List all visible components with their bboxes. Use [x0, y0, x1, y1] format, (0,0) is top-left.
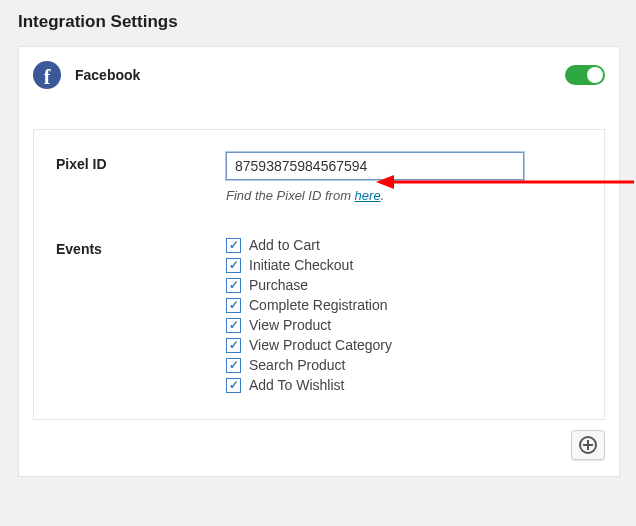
facebook-icon: f	[33, 61, 61, 89]
integration-toggle[interactable]	[565, 65, 605, 85]
event-checkbox[interactable]	[226, 238, 241, 253]
event-item: Add To Wishlist	[226, 377, 582, 393]
event-checkbox[interactable]	[226, 358, 241, 373]
integration-name: Facebook	[75, 67, 140, 83]
event-label: Add to Cart	[249, 237, 320, 253]
event-checkbox[interactable]	[226, 378, 241, 393]
event-checkbox[interactable]	[226, 298, 241, 313]
event-item: Search Product	[226, 357, 582, 373]
event-item: Initiate Checkout	[226, 257, 582, 273]
event-label: Initiate Checkout	[249, 257, 353, 273]
event-label: Add To Wishlist	[249, 377, 344, 393]
settings-box: Pixel ID Find the Pixel ID from here. Ev…	[33, 129, 605, 420]
event-checkbox[interactable]	[226, 278, 241, 293]
event-label: Search Product	[249, 357, 346, 373]
page-title: Integration Settings	[18, 12, 620, 32]
event-checkbox[interactable]	[226, 338, 241, 353]
event-label: Complete Registration	[249, 297, 388, 313]
integration-panel: f Facebook Pixel ID Find the Pixel ID fr…	[18, 46, 620, 477]
pixel-id-hint: Find the Pixel ID from here.	[226, 188, 582, 203]
event-item: Complete Registration	[226, 297, 582, 313]
event-item: View Product	[226, 317, 582, 333]
event-label: View Product Category	[249, 337, 392, 353]
event-item: Purchase	[226, 277, 582, 293]
event-item: View Product Category	[226, 337, 582, 353]
integration-brand: f Facebook	[33, 61, 140, 89]
pixel-hint-link[interactable]: here	[355, 188, 381, 203]
add-integration-button[interactable]	[571, 430, 605, 460]
event-label: Purchase	[249, 277, 308, 293]
pixel-id-label: Pixel ID	[56, 152, 226, 172]
event-item: Add to Cart	[226, 237, 582, 253]
toggle-knob	[587, 67, 603, 83]
events-list: Add to CartInitiate CheckoutPurchaseComp…	[226, 237, 582, 393]
event-label: View Product	[249, 317, 331, 333]
pixel-id-input[interactable]	[226, 152, 524, 180]
event-checkbox[interactable]	[226, 318, 241, 333]
event-checkbox[interactable]	[226, 258, 241, 273]
events-label: Events	[56, 237, 226, 257]
plus-icon	[579, 436, 597, 454]
